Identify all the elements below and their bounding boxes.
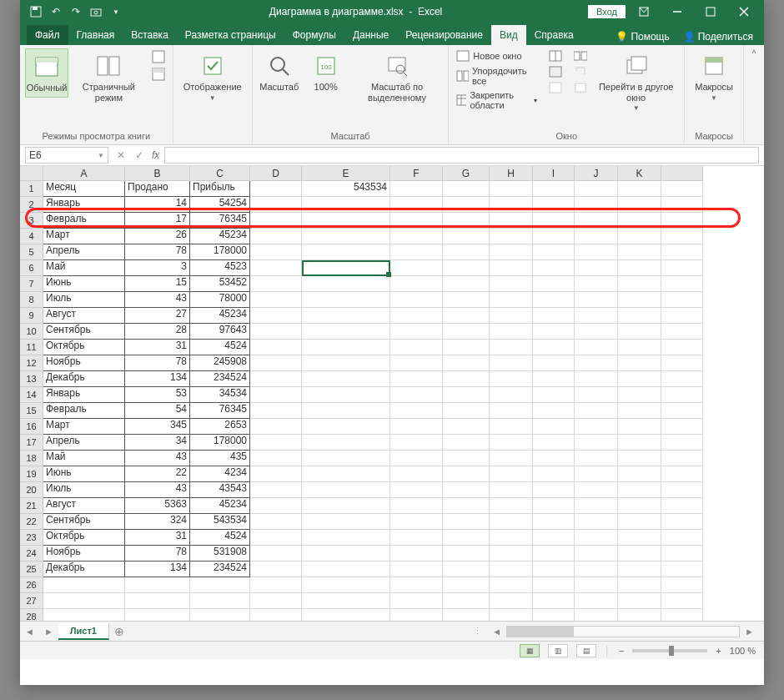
cell[interactable]: [575, 419, 618, 435]
sheet-nav-prev[interactable]: ◄: [20, 627, 39, 637]
cell[interactable]: [490, 482, 533, 498]
tellme-button[interactable]: 💡Помощь: [611, 28, 673, 45]
col-header[interactable]: C: [190, 166, 250, 181]
cell[interactable]: [661, 213, 703, 229]
cell[interactable]: [302, 276, 390, 292]
cell[interactable]: [533, 562, 575, 577]
cell[interactable]: [250, 213, 302, 229]
cell[interactable]: [190, 593, 250, 609]
cell[interactable]: [390, 482, 443, 498]
cell[interactable]: [302, 530, 390, 546]
cell[interactable]: Июль: [43, 482, 125, 498]
cell[interactable]: [533, 419, 575, 435]
cell[interactable]: [618, 181, 661, 197]
zoom-button[interactable]: Масштаб: [258, 48, 301, 96]
cell[interactable]: [533, 292, 575, 308]
cell[interactable]: [618, 498, 661, 514]
cell[interactable]: [618, 514, 661, 530]
cell[interactable]: [490, 292, 533, 308]
cell[interactable]: [250, 181, 302, 197]
cell[interactable]: 4524: [190, 530, 250, 546]
row-header[interactable]: 3: [20, 213, 43, 229]
cell[interactable]: [302, 593, 390, 609]
cell[interactable]: [490, 514, 533, 530]
cell[interactable]: [302, 546, 390, 562]
cell[interactable]: [390, 181, 443, 197]
cell[interactable]: [390, 355, 443, 371]
cell[interactable]: [43, 577, 125, 593]
cell[interactable]: [533, 466, 575, 482]
cell[interactable]: [443, 197, 490, 213]
cell[interactable]: [302, 435, 390, 451]
cell[interactable]: [618, 466, 661, 482]
cell[interactable]: 53: [125, 387, 190, 403]
cell[interactable]: [250, 546, 302, 562]
tab-formulas[interactable]: Формулы: [284, 25, 344, 45]
cell[interactable]: 245908: [190, 355, 250, 371]
cell[interactable]: 14: [125, 197, 190, 213]
cell[interactable]: [490, 466, 533, 482]
cell[interactable]: [533, 482, 575, 498]
cell[interactable]: [533, 340, 575, 355]
cell[interactable]: [390, 213, 443, 229]
unhide-button[interactable]: [546, 80, 565, 95]
cell[interactable]: 178000: [190, 435, 250, 451]
cell[interactable]: Март: [43, 229, 125, 244]
cell[interactable]: [575, 355, 618, 371]
cell[interactable]: [661, 514, 703, 530]
row-header[interactable]: 18: [20, 451, 43, 466]
cell[interactable]: [250, 387, 302, 403]
col-header[interactable]: D: [250, 166, 302, 181]
cell[interactable]: [490, 197, 533, 213]
cell[interactable]: [618, 403, 661, 419]
row-header[interactable]: 25: [20, 562, 43, 577]
cell[interactable]: Октябрь: [43, 340, 125, 355]
cell[interactable]: [661, 482, 703, 498]
cell[interactable]: [490, 260, 533, 276]
cell[interactable]: [390, 546, 443, 562]
row-header[interactable]: 27: [20, 593, 43, 609]
cell[interactable]: [618, 530, 661, 546]
cell[interactable]: [575, 340, 618, 355]
cell[interactable]: Ноябрь: [43, 355, 125, 371]
row-header[interactable]: 1: [20, 181, 43, 197]
cell[interactable]: [490, 530, 533, 546]
cell[interactable]: [661, 324, 703, 340]
cell[interactable]: [250, 451, 302, 466]
cell[interactable]: [661, 292, 703, 308]
row-header[interactable]: 6: [20, 260, 43, 276]
cell[interactable]: [443, 498, 490, 514]
cell[interactable]: [490, 244, 533, 260]
cell[interactable]: [575, 593, 618, 609]
cell[interactable]: [390, 260, 443, 276]
hide-button[interactable]: [546, 64, 565, 79]
cell[interactable]: [661, 466, 703, 482]
tab-pagelayout[interactable]: Разметка страницы: [177, 25, 284, 45]
cell[interactable]: 54254: [190, 197, 250, 213]
cell[interactable]: [575, 498, 618, 514]
cell[interactable]: [302, 371, 390, 387]
cell[interactable]: 43543: [190, 482, 250, 498]
cell[interactable]: 531908: [190, 546, 250, 562]
cell[interactable]: [618, 371, 661, 387]
cell[interactable]: [533, 451, 575, 466]
cell[interactable]: [533, 244, 575, 260]
horizontal-scrollbar[interactable]: [506, 626, 740, 637]
cell[interactable]: [43, 593, 125, 609]
cell[interactable]: [390, 419, 443, 435]
cell[interactable]: [302, 482, 390, 498]
cell[interactable]: [533, 371, 575, 387]
cell[interactable]: [390, 609, 443, 621]
cell[interactable]: Сентябрь: [43, 324, 125, 340]
share-button[interactable]: 👤Поделиться: [679, 28, 757, 45]
cell[interactable]: [443, 466, 490, 482]
cell[interactable]: 43: [125, 292, 190, 308]
cell[interactable]: [533, 514, 575, 530]
cell[interactable]: [302, 403, 390, 419]
cell[interactable]: [490, 308, 533, 324]
cell[interactable]: [443, 514, 490, 530]
zoom-in-button[interactable]: +: [716, 646, 721, 656]
collapse-ribbon-icon[interactable]: ˄: [744, 45, 764, 144]
col-header[interactable]: E: [302, 166, 390, 181]
cancel-formula-icon[interactable]: ✕: [113, 148, 128, 163]
